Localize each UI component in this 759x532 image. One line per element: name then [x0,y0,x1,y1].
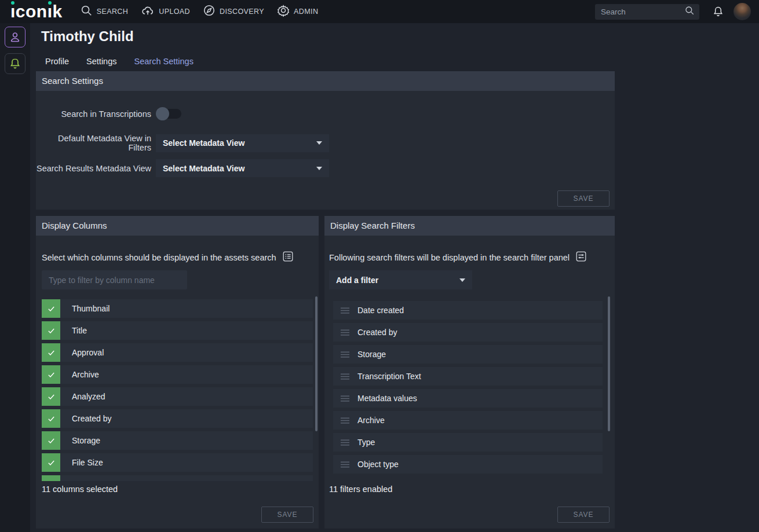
checkmark-icon [47,370,56,379]
display-columns-save-button[interactable]: SAVE [261,507,313,523]
compass-icon [203,4,216,19]
select-value: Select Metadata View [163,164,316,173]
default-metadata-view-row: Default Metadata View in Filters Select … [36,134,329,152]
column-checkbox-checked[interactable] [42,299,60,318]
toggle-knob [156,107,169,120]
filter-row[interactable]: Date created [333,301,603,320]
drag-handle-icon [340,460,350,469]
column-row: Title [42,321,313,340]
filter-row-label: Object type [357,460,399,469]
filter-row[interactable]: Storage [333,345,603,364]
column-row-label[interactable]: Created by [60,409,313,428]
checkmark-icon [47,326,56,335]
column-row-partially-visible [42,475,313,481]
filter-row[interactable]: Archive [333,411,603,430]
column-row-label[interactable]: Thumbnail [60,299,313,318]
search-icon [80,4,93,19]
nav-upload[interactable]: UPLOAD [141,4,190,19]
global-search-input[interactable] [601,8,684,16]
column-checkbox-checked[interactable] [42,453,60,472]
checkmark-icon [47,392,56,401]
column-row: Storage [42,431,313,450]
display-search-filters-panel: Display Search Filters Following search … [324,216,615,529]
sliders-icon [575,250,588,265]
transcriptions-toggle-row: Search in Transcriptions [36,107,181,120]
nav-admin-label: ADMIN [294,8,318,16]
column-row-label[interactable] [60,475,313,481]
filter-row-label: Type [357,438,375,447]
nav-discovery[interactable]: DISCOVERY [203,4,264,19]
column-row: Archive [42,365,313,384]
column-checkbox-checked[interactable] [42,365,60,384]
filter-row[interactable]: Object type [333,455,603,474]
filter-row-label: Transcription Text [357,372,421,381]
search-settings-panel: Search Settings Search in Transcriptions… [36,71,615,210]
iconik-logo[interactable]: ıconık [10,0,63,23]
top-navbar: ıconık SEARCH UPLOAD DISCOVERY ADMIN [0,0,759,23]
drag-handle-icon [340,416,350,425]
drag-handle-icon [340,438,350,447]
tab-profile[interactable]: Profile [37,51,78,73]
chevron-down-icon [316,167,322,170]
nav-discovery-label: DISCOVERY [220,8,264,16]
filters-list: Date created Created by Storage Transcri… [333,297,603,483]
display-columns-panel-header: Display Columns [36,216,319,236]
filter-row-label: Archive [357,416,385,425]
column-checkbox-checked[interactable] [42,409,60,428]
column-row-label[interactable]: File Size [60,453,313,472]
chevron-down-icon [459,278,465,282]
results-metadata-view-select[interactable]: Select Metadata View [156,159,329,177]
drag-handle-icon [340,306,350,315]
column-checkbox-checked[interactable] [42,387,60,406]
filters-enabled-summary: 11 filters enabled [329,485,392,494]
search-settings-save-button[interactable]: SAVE [557,190,610,207]
add-filter-select[interactable]: Add a filter [329,270,472,289]
column-row-label[interactable]: Storage [60,431,313,450]
filter-row[interactable]: Metadata values [333,389,603,408]
main-content: Timothy Child Profile Settings Search Se… [30,23,759,532]
global-search-box [595,4,699,20]
column-checkbox-checked[interactable] [42,431,60,450]
column-row-label[interactable]: Title [60,321,313,340]
user-avatar[interactable] [734,3,751,20]
filter-row[interactable]: Created by [333,323,603,342]
notifications-bell-icon[interactable] [712,5,724,18]
column-row-label[interactable]: Archive [60,365,313,384]
default-metadata-view-label: Default Metadata View in Filters [36,134,151,152]
sidebar-notifications-button[interactable] [5,53,25,74]
display-filters-description-row: Following search filters will be display… [329,250,588,265]
column-row: Thumbnail [42,299,313,318]
filter-row-label: Date created [357,306,404,315]
search-settings-panel-header: Search Settings [36,71,615,91]
display-filters-save-button[interactable]: SAVE [557,507,610,523]
filter-row[interactable]: Type [333,433,603,452]
tab-search-settings[interactable]: Search Settings [126,51,202,73]
columns-list-scrollbar[interactable] [315,296,318,431]
upload-cloud-icon [141,4,155,19]
nav-search[interactable]: SEARCH [80,4,129,19]
display-filters-description: Following search filters will be display… [329,253,570,262]
nav-admin[interactable]: ADMIN [277,4,318,19]
column-checkbox-checked[interactable] [42,321,60,340]
checkmark-icon [47,458,56,467]
column-row-label[interactable]: Approval [60,343,313,362]
tab-settings[interactable]: Settings [78,51,125,73]
drag-handle-icon [340,394,350,403]
filter-row-label: Storage [357,350,386,359]
sidebar-profile-button[interactable] [5,27,25,47]
column-filter-input[interactable] [42,270,187,289]
search-in-transcriptions-toggle[interactable] [156,107,181,120]
filter-row[interactable]: Transcription Text [333,367,603,386]
column-row-label[interactable]: Analyzed [60,387,313,406]
search-icon[interactable] [684,5,695,18]
filters-list-scrollbar[interactable] [608,296,610,431]
column-checkbox-checked[interactable] [42,343,60,362]
main-menu: SEARCH UPLOAD DISCOVERY ADMIN [80,4,319,19]
select-value: Select Metadata View [163,138,316,148]
nav-upload-label: UPLOAD [159,8,190,16]
default-metadata-view-select[interactable]: Select Metadata View [156,134,329,152]
transcriptions-toggle-label: Search in Transcriptions [36,109,151,119]
page-title: Timothy Child [41,28,134,45]
display-columns-description: Select which columns should be displayed… [42,253,276,262]
column-checkbox-checked[interactable] [42,475,60,481]
